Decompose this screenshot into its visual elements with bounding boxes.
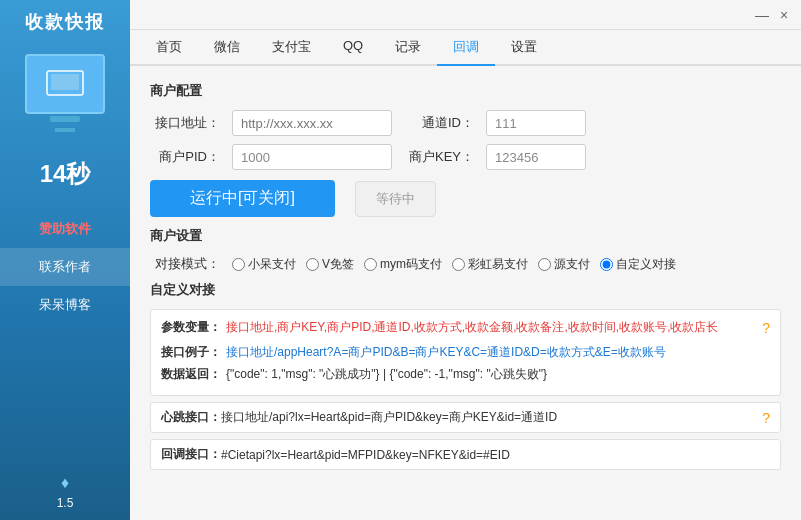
heartbeat-label: 心跳接口： bbox=[161, 409, 221, 426]
key-label: 商户KEY： bbox=[404, 148, 474, 166]
sidebar-title: 收款快报 bbox=[25, 10, 105, 34]
sidebar-version: 1.5 bbox=[57, 496, 74, 510]
mode-rainbow[interactable]: 彩虹易支付 bbox=[452, 256, 528, 273]
pid-input[interactable] bbox=[232, 144, 392, 170]
sidebar: 收款快报 14秒 赞助软件 联系作者 呆呆博客 ♦ 1.5 bbox=[0, 0, 130, 520]
sidebar-timer: 14秒 bbox=[40, 158, 91, 190]
wait-button[interactable]: 等待中 bbox=[355, 181, 436, 217]
minimize-button[interactable]: — bbox=[753, 6, 771, 24]
pid-label: 商户PID： bbox=[150, 148, 220, 166]
callback-label: 回调接口： bbox=[161, 446, 221, 463]
mode-radio-group: 小呆支付 V免签 mym码支付 彩虹易支付 源支付 自定义对接 bbox=[232, 256, 676, 273]
mode-label: 对接模式： bbox=[150, 255, 220, 273]
return-label: 数据返回： bbox=[161, 365, 226, 383]
params-value: 接口地址,商户KEY,商户PID,通道ID,收款方式,收款金额,收款备注,收款时… bbox=[226, 318, 756, 336]
api-row: 接口地址： 通道ID： bbox=[150, 110, 781, 136]
mode-yuan[interactable]: 源支付 bbox=[538, 256, 590, 273]
params-help-icon[interactable]: ? bbox=[762, 318, 770, 339]
return-value: {"code": 1,"msg": "心跳成功"} | {"code": -1,… bbox=[226, 365, 770, 383]
sidebar-monitor bbox=[25, 54, 105, 114]
heartbeat-help-icon[interactable]: ? bbox=[762, 410, 770, 426]
channel-input[interactable] bbox=[486, 110, 586, 136]
content-area: 商户配置 接口地址： 通道ID： 商户PID： 商户KEY： 运行中[可关闭] … bbox=[130, 66, 801, 520]
monitor-stand bbox=[55, 128, 75, 132]
sidebar-item-blog[interactable]: 呆呆博客 bbox=[0, 286, 130, 324]
params-row: 参数变量： 接口地址,商户KEY,商户PID,通道ID,收款方式,收款金额,收款… bbox=[161, 318, 770, 339]
tab-records[interactable]: 记录 bbox=[379, 30, 437, 64]
tab-home[interactable]: 首页 bbox=[140, 30, 198, 64]
main-area: — × 首页 微信 支付宝 QQ 记录 回调 设置 商户配置 接口地址： 通道I… bbox=[130, 0, 801, 520]
diamond-icon: ♦ bbox=[61, 474, 69, 492]
sidebar-bottom: ♦ 1.5 bbox=[57, 474, 74, 520]
mode-vfree[interactable]: V免签 bbox=[306, 256, 354, 273]
mode-xiaodai[interactable]: 小呆支付 bbox=[232, 256, 296, 273]
api-label: 接口地址： bbox=[150, 114, 220, 132]
mode-mym[interactable]: mym码支付 bbox=[364, 256, 442, 273]
custom-info-section: 参数变量： 接口地址,商户KEY,商户PID,通道ID,收款方式,收款金额,收款… bbox=[150, 309, 781, 396]
mode-custom[interactable]: 自定义对接 bbox=[600, 256, 676, 273]
return-row: 数据返回： {"code": 1,"msg": "心跳成功"} | {"code… bbox=[161, 365, 770, 383]
heartbeat-row: 心跳接口： 接口地址/api?lx=Heart&pid=商户PID&key=商户… bbox=[150, 402, 781, 433]
tab-alipay[interactable]: 支付宝 bbox=[256, 30, 327, 64]
close-button[interactable]: × bbox=[775, 6, 793, 24]
merchant-settings-title: 商户设置 bbox=[150, 227, 781, 245]
key-input[interactable] bbox=[486, 144, 586, 170]
custom-interface-title: 自定义对接 bbox=[150, 281, 781, 299]
svg-rect-1 bbox=[51, 74, 79, 90]
run-button[interactable]: 运行中[可关闭] bbox=[150, 180, 335, 217]
tab-settings[interactable]: 设置 bbox=[495, 30, 553, 64]
api-input[interactable] bbox=[232, 110, 392, 136]
example-row: 接口例子： 接口地址/appHeart?A=商户PID&B=商户KEY&C=通道… bbox=[161, 343, 770, 361]
action-row: 运行中[可关闭] 等待中 bbox=[150, 180, 781, 217]
tab-callback[interactable]: 回调 bbox=[437, 30, 495, 66]
pid-row: 商户PID： 商户KEY： bbox=[150, 144, 781, 170]
example-value: 接口地址/appHeart?A=商户PID&B=商户KEY&C=通道ID&D=收… bbox=[226, 343, 770, 361]
tab-qq[interactable]: QQ bbox=[327, 30, 379, 64]
sidebar-nav: 赞助软件 联系作者 呆呆博客 bbox=[0, 210, 130, 474]
channel-label: 通道ID： bbox=[404, 114, 474, 132]
tab-wechat[interactable]: 微信 bbox=[198, 30, 256, 64]
sidebar-item-contact[interactable]: 联系作者 bbox=[0, 248, 130, 286]
nav-tabs: 首页 微信 支付宝 QQ 记录 回调 设置 bbox=[130, 30, 801, 66]
merchant-config-title: 商户配置 bbox=[150, 82, 781, 100]
heartbeat-value: 接口地址/api?lx=Heart&pid=商户PID&key=商户KEY&id… bbox=[221, 409, 756, 426]
callback-row: 回调接口： #Cietapi?lx=Heart&pid=MFPID&key=NF… bbox=[150, 439, 781, 470]
titlebar: — × bbox=[130, 0, 801, 30]
sidebar-item-sponsor[interactable]: 赞助软件 bbox=[0, 210, 130, 248]
mode-row: 对接模式： 小呆支付 V免签 mym码支付 彩虹易支付 源支付 bbox=[150, 255, 781, 273]
example-label: 接口例子： bbox=[161, 343, 226, 361]
callback-value: #Cietapi?lx=Heart&pid=MFPID&key=NFKEY&id… bbox=[221, 448, 770, 462]
params-label: 参数变量： bbox=[161, 318, 226, 336]
